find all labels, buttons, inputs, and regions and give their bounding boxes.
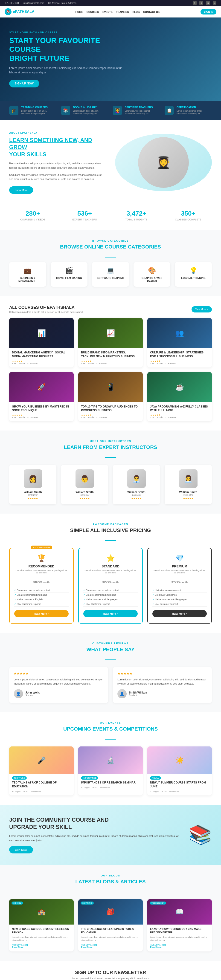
event-card-1[interactable]: 🎤 TED TALKS TED TALKS AT UCF COLLEGE OF … <box>9 746 74 795</box>
course-stars-6: ★★★★★ <box>150 414 209 416</box>
cat-software-name: SOFTWARE TRAINING <box>95 277 126 279</box>
signin-button[interactable]: SIGN IN <box>200 9 216 14</box>
stat-classes: 350+ CLASSES COMPLETE <box>165 210 212 221</box>
blog-card-2[interactable]: 🎒 LEARNING THE CHALLENGE OF LEARNING IN … <box>78 899 143 951</box>
film-icon: 🎬 <box>54 267 84 274</box>
event-seats-3: 9,251 <box>162 791 167 793</box>
instructor-card-1[interactable]: 👩 William Smith Instructor ★★★★★ <box>9 465 56 504</box>
instructor-card-3[interactable]: 👨‍💼 William Smith Instructor ★★★★★ <box>113 465 160 504</box>
course-card-4[interactable]: 🚀 GROW YOUR BUSINESS BY MASTERED IN SOME… <box>9 372 74 422</box>
course-card-3[interactable]: 👥 CULTURE & LEADERSHIP: STRATEGIES FOR A… <box>147 318 212 368</box>
instructor-card-4[interactable]: 👩‍💼 William Smith Instructor ★★★★★ <box>165 465 212 504</box>
instructor-name-3: William Smith <box>118 491 156 494</box>
nav-courses[interactable]: COURSES <box>86 11 99 13</box>
pricing-label: Awesome Packages <box>9 523 212 525</box>
event-tag-1: TED TALKS <box>12 776 27 780</box>
nav-home[interactable]: HOME <box>75 11 83 13</box>
testimonials-grid: ★★★★★ Lorem ipsum dolor sit amet, consec… <box>9 667 212 703</box>
nav-events[interactable]: EVENTS <box>102 11 113 13</box>
about-know-more-button[interactable]: Know More <box>9 186 33 194</box>
course-card-6[interactable]: ☕ JAVA PROGRAMMING A-Z FULLY CLASSES WIT… <box>147 372 212 422</box>
cat-film-name: MOVIE FILM MAKING <box>54 277 84 279</box>
course-card-2[interactable]: 📈 BUILD BRAND INTO MARKETING: TACKLING N… <box>78 318 143 368</box>
course-meta-5: 1.8K 30 min 12 Reviews <box>81 416 140 418</box>
pricing-price-std: $25.99/month <box>83 578 138 585</box>
cat-business-name: BUSINESS & MANAGEMENT <box>13 277 43 282</box>
main-nav: 📚 ePATHSALA HOME COURSES EVENTS TRAINERS… <box>0 6 221 18</box>
instructors-divider <box>105 457 116 458</box>
pricing-feature-std-4: 24/7 Customer Support <box>83 602 138 606</box>
testimonial-avatar-1: 👤 <box>14 689 23 698</box>
blog-read-more-3[interactable]: Read More <box>150 946 209 949</box>
pricing-btn-pre[interactable]: Read More + <box>153 610 207 617</box>
twitter-icon[interactable]: t <box>199 1 203 5</box>
instructor-avatar-1: 👩 <box>24 469 42 488</box>
instructor-card-2[interactable]: 👨 William Smith Instructor ★★★★★ <box>61 465 108 504</box>
pricing-price-rec: $18.99/month <box>14 578 68 585</box>
blog-card-1[interactable]: 🏫 SCHOOL NEW CHICAGO SCHOOL STUDENT RELI… <box>9 899 74 951</box>
stat-classes-label: CLASSES COMPLETE <box>165 218 212 221</box>
course-title-5: TOP 10 TIPS TO GROW UP AUDIENCES TO PROG… <box>81 405 140 412</box>
cat-software[interactable]: 💻 SOFTWARE TRAINING <box>92 262 129 287</box>
top-bar-contact: 101-706-8034 info@epathsala.com 6th Aven… <box>5 2 80 4</box>
blog-read-more-1[interactable]: Read More <box>12 946 71 949</box>
cta-section: JOIN THE COMMUNITY COURSE AND UPGRADE YO… <box>0 805 221 865</box>
cat-film[interactable]: 🎬 MOVIE FILM MAKING <box>51 262 87 287</box>
cta-join-button[interactable]: JOIN NOW <box>9 846 33 853</box>
blog-card-3[interactable]: 📖 TECHNOLOGY EXACTLY HOW TECHNOLOGY CAN … <box>147 899 212 951</box>
instructor-stars-1: ★★★★★ <box>14 497 52 500</box>
feature-books-desc: Lorem ipsum dolor sit amet, consectetur … <box>73 110 108 115</box>
about-label: ABOUT EPATHSALA <box>9 131 106 134</box>
course-title-1: DIGITAL MARKETING AGENCY | SOCIAL MEDIA … <box>12 351 71 358</box>
feature-teachers-desc: Lorem ipsum dolor sit amet, consectetur … <box>125 110 160 115</box>
testimonial-name-1: John Wells <box>25 691 40 694</box>
testimonial-name-2: Smith William <box>129 691 147 694</box>
blog-tag-2: LEARNING <box>81 902 94 905</box>
categories-title: BROWSE ONLINE COURSE CATEGORIES <box>9 244 212 250</box>
event-card-2[interactable]: 🔬 IMPORTANCE IMPORTANCES OF RESEARCH SEM… <box>78 746 143 795</box>
courses-subtitle: Online learning offers a way to set in p… <box>9 311 83 313</box>
nav-trainers[interactable]: TRAINERS <box>116 11 129 13</box>
blog-tag-3: TECHNOLOGY <box>149 902 166 905</box>
testimonial-stars-1: ★★★★★ <box>14 672 103 675</box>
events-title: UPCOMING EVENTS & COMPETITIONS <box>9 726 212 732</box>
youtube-icon[interactable]: yt <box>213 1 216 5</box>
blog-date-3: AUGUST 1, 2021 <box>150 944 209 946</box>
linkedin-icon[interactable]: in <box>206 1 210 5</box>
pricing-btn-rec[interactable]: Read More + <box>14 610 68 617</box>
blogs-grid: 🏫 SCHOOL NEW CHICAGO SCHOOL STUDENT RELI… <box>9 899 212 951</box>
event-meta-1: 11 August 9,251 Melbourne <box>9 791 74 795</box>
cat-design[interactable]: 🎨 GRAPHIC & WEB DESIGN <box>134 262 170 287</box>
blogs-divider <box>105 892 116 892</box>
course-card-5[interactable]: 📱 TOP 10 TIPS TO GROW UP AUDIENCES TO PR… <box>78 372 143 422</box>
event-card-3[interactable]: ☀️ NEWLY NEWLY SUMMER COURSE STARTS FROM… <box>147 746 212 795</box>
categories-label: Browse Categories <box>9 239 212 242</box>
testimonial-title-1: Student <box>25 694 40 697</box>
instructors-label: Meet Our Instructors <box>9 440 212 442</box>
facebook-icon[interactable]: f <box>193 1 197 5</box>
courses-view-more-button[interactable]: View More > <box>192 306 212 312</box>
course-title-3: CULTURE & LEADERSHIP: STRATEGIES FOR A S… <box>150 351 209 358</box>
nav-contact[interactable]: CONTACT US <box>143 11 159 13</box>
event-date-1: 11 August <box>12 791 21 793</box>
pricing-btn-std[interactable]: Read More + <box>83 610 138 617</box>
instructor-name-4: William Smith <box>169 491 207 494</box>
logo[interactable]: 📚 ePATHSALA <box>5 8 35 15</box>
event-location-2: Melbourne <box>100 786 110 789</box>
testimonials-divider <box>105 659 116 660</box>
hero-cta-button[interactable]: SIGN UP NOW <box>9 80 39 88</box>
cat-logical[interactable]: 💡 LOGICAL THINKING <box>175 262 212 287</box>
course-card-1[interactable]: 📊 DIGITAL MARKETING AGENCY | SOCIAL MEDI… <box>9 318 74 368</box>
events-section: Our Events UPCOMING EVENTS & COMPETITION… <box>0 712 221 805</box>
cat-business[interactable]: 💼 BUSINESS & MANAGEMENT <box>9 262 46 287</box>
pricing-features-rec: Create and track custom content Create c… <box>14 588 68 606</box>
instructor-stars-2: ★★★★★ <box>65 497 103 500</box>
nav-blog[interactable]: BLOG <box>132 11 140 13</box>
blog-read-more-2[interactable]: Read More <box>81 946 140 949</box>
courses-grid: 📊 DIGITAL MARKETING AGENCY | SOCIAL MEDI… <box>9 318 212 421</box>
course-stars-3: ★★★★★ <box>150 360 209 363</box>
testimonial-card-1: ★★★★★ Lorem ipsum dolor sit amet, consec… <box>9 667 108 703</box>
cta-title: JOIN THE COMMUNITY COURSE AND UPGRADE YO… <box>9 816 180 830</box>
course-stars-5: ★★★★★ <box>81 414 140 416</box>
instructor-name-1: William Smith <box>14 491 52 494</box>
